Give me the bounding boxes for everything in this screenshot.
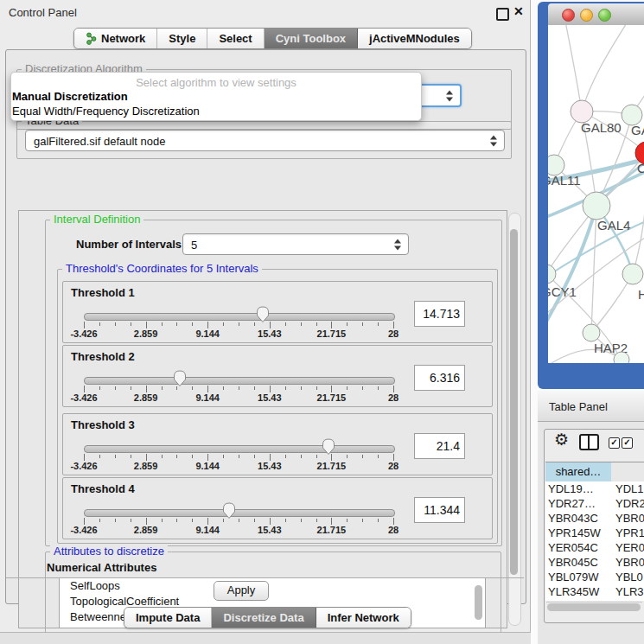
spinner-stepper-icon[interactable]: [394, 239, 401, 250]
cell-name: YBL0: [615, 571, 643, 583]
network-node-label: GAL4: [597, 218, 630, 233]
threshold-label: Threshold 1: [71, 286, 135, 299]
threshold-slider-thumb[interactable]: [322, 438, 335, 456]
threshold-slider-track[interactable]: [84, 445, 395, 453]
attribute-item-selfloops[interactable]: SelfLoops: [60, 578, 485, 594]
tab-network[interactable]: Network: [74, 29, 157, 48]
tab-label: Cyni Toolbox: [276, 32, 346, 45]
table-hscrollbar[interactable]: [546, 602, 642, 612]
checkbox-icon[interactable]: ✓: [609, 437, 620, 449]
tab-select[interactable]: Select: [207, 29, 264, 48]
tab-label: jActiveMNodules: [369, 32, 460, 45]
slider-major-tick: [393, 518, 394, 525]
slider-minor-tick: [162, 519, 163, 522]
close-icon[interactable]: ✕: [513, 4, 524, 18]
slider-tick-label: 28: [388, 525, 399, 535]
threshold-value-field[interactable]: 11.344: [414, 497, 465, 523]
tab-discretize-data[interactable]: Discretize Data: [212, 608, 316, 628]
slider-minor-tick: [254, 519, 255, 522]
slider-minor-tick: [176, 519, 177, 522]
node-table[interactable]: shared…nYDL19…YDL1YDR27…YDR2YBR043CYBR0Y…: [545, 462, 644, 601]
column-header-n[interactable]: n: [611, 462, 644, 482]
tab-label: Discretize Data: [223, 611, 303, 624]
table-row[interactable]: YDR27…YDR2: [545, 496, 644, 511]
threshold-label: Threshold 3: [71, 418, 135, 431]
network-canvas[interactable]: GAL80GACGAL11GAL4GCY1HHAP2: [548, 25, 644, 363]
network-node[interactable]: [614, 352, 629, 363]
checkbox-icon[interactable]: ✓: [622, 437, 633, 449]
slider-tick-label: 28: [388, 328, 399, 339]
threshold-slider-thumb[interactable]: [256, 306, 270, 323]
table-row[interactable]: YIL052CYIL0: [545, 599, 644, 601]
slider-tick-label: -3.426: [70, 328, 97, 339]
cell-shared-name: YBR045C: [548, 556, 598, 569]
apply-button[interactable]: Apply: [214, 581, 269, 601]
network-node-gcy1[interactable]: [548, 265, 556, 284]
tab-impute-data[interactable]: Impute Data: [124, 608, 212, 628]
slider-minor-tick: [362, 322, 363, 326]
slider-tick-label: -3.426: [70, 461, 97, 471]
network-window-titlebar[interactable]: [548, 3, 644, 26]
table-data-combobox[interactable]: galFiltered.sif default node: [25, 130, 505, 151]
slider-minor-tick: [99, 322, 100, 326]
minimize-traffic-light-icon[interactable]: [580, 9, 593, 22]
threshold-value-field[interactable]: 6.316: [414, 365, 465, 391]
network-node-gal4[interactable]: [583, 192, 610, 220]
control-panel-tabs: NetworkStyleSelectCyni ToolboxjActiveMNo…: [73, 28, 472, 49]
slider-major-tick: [146, 518, 147, 525]
network-window: GAL80GACGAL11GAL4GCY1HHAP2: [538, 2, 644, 389]
tab-label: Infer Network: [328, 611, 399, 624]
threshold-value-field[interactable]: 21.4: [414, 433, 465, 459]
tab-infer-network[interactable]: Infer Network: [316, 608, 411, 628]
threshold-slider-track[interactable]: [84, 377, 395, 385]
network-graph[interactable]: GAL80GACGAL11GAL4GCY1HHAP2: [548, 25, 644, 363]
threshold-panel-3: Threshold 3-3.4262.8599.14415.4321.71528…: [62, 413, 493, 475]
tab-jactivemnodules[interactable]: jActiveMNodules: [358, 29, 471, 48]
slider-tick-label: 2.859: [134, 392, 158, 403]
threshold-slider-track[interactable]: [84, 509, 395, 517]
threshold-slider-track[interactable]: [84, 313, 395, 321]
network-node-hap2[interactable]: [583, 324, 600, 341]
settings-scrollbar-thumb[interactable]: [510, 229, 518, 575]
table-row[interactable]: YBL079WYBL0: [545, 570, 644, 584]
tab-label: Network: [101, 32, 145, 45]
gear-icon[interactable]: ⚙: [554, 431, 569, 448]
slider-minor-tick: [99, 455, 100, 458]
algorithm-placeholder: Select algorithm to view settings: [11, 76, 421, 89]
split-columns-icon[interactable]: [579, 434, 599, 450]
close-traffic-light-icon[interactable]: [562, 9, 575, 22]
table-row[interactable]: YPR145WYPR1: [545, 526, 644, 540]
threshold-panel-4: Threshold 4-3.4262.8599.14415.4321.71528…: [62, 477, 493, 539]
table-row[interactable]: YDL19…YDL1: [545, 481, 644, 496]
slider-minor-tick: [362, 455, 363, 458]
threshold-slider-thumb[interactable]: [222, 502, 236, 520]
table-row[interactable]: YLR345WYLR3: [545, 584, 644, 599]
number-of-intervals-spinner[interactable]: 5: [182, 233, 409, 255]
combo-stepper-icon[interactable]: [490, 135, 497, 146]
settings-scrollbar[interactable]: [508, 213, 521, 626]
threshold-slider-thumb[interactable]: [173, 370, 187, 387]
table-row[interactable]: YBR045CYBR0: [545, 555, 644, 570]
tab-style[interactable]: Style: [157, 29, 207, 48]
table-row[interactable]: YER054CYER0: [545, 540, 644, 555]
table-row[interactable]: YBR043CYBR0: [545, 511, 644, 526]
network-node-h[interactable]: [622, 264, 643, 284]
combo-stepper-icon[interactable]: [446, 90, 453, 101]
float-window-icon[interactable]: [496, 8, 509, 21]
algorithm-option-equal-width-frequency-discretization[interactable]: Equal Width/Frequency Discretization: [12, 105, 200, 118]
network-edge[interactable]: [582, 25, 628, 112]
attributes-scrollbar-thumb[interactable]: [475, 585, 482, 620]
zoom-traffic-light-icon[interactable]: [598, 9, 611, 22]
column-header-shared[interactable]: shared…: [545, 462, 612, 482]
tab-cyni-toolbox[interactable]: Cyni Toolbox: [265, 29, 358, 48]
threshold-panel-1: Threshold 1-3.4262.8599.14415.4321.71528…: [62, 281, 493, 343]
slider-minor-tick: [316, 386, 317, 390]
tab-label: Impute Data: [136, 611, 200, 624]
slider-minor-tick: [362, 386, 363, 390]
slider-major-tick: [146, 386, 147, 392]
table-hscrollbar-thumb[interactable]: [547, 603, 641, 611]
algorithm-option-manual-discretization[interactable]: Manual Discretization: [12, 90, 128, 103]
settings-scroll-viewport: Interval Definition Number of Intervals …: [18, 210, 507, 628]
network-edge[interactable]: [565, 25, 582, 112]
threshold-value-field[interactable]: 14.713: [414, 301, 465, 327]
